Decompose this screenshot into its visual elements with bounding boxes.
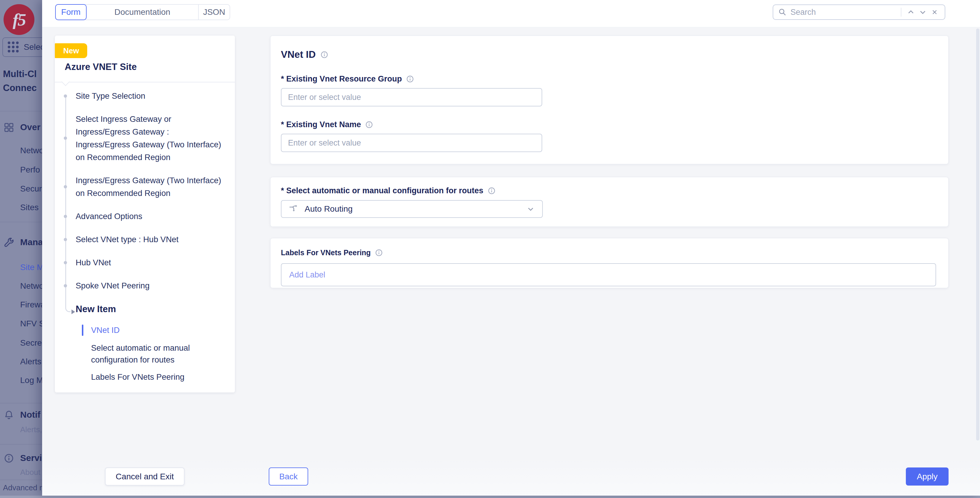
step-new-item[interactable]: New Item (55, 302, 226, 316)
divider (0, 111, 42, 111)
sidebar-section-overview[interactable]: Over (20, 122, 40, 132)
step-hub-vnet[interactable]: Hub VNet (55, 256, 226, 269)
search-icon (778, 8, 787, 17)
vnet-id-card: VNet ID * Existing Vnet Resource Group *… (270, 36, 948, 164)
wizard-modal: Form Documentation JSON (42, 0, 980, 496)
modal-header: Form Documentation JSON (42, 0, 980, 27)
tab-json[interactable]: JSON (198, 5, 229, 19)
resource-group-input[interactable] (281, 88, 542, 106)
sidebar-item-performance[interactable]: Perfo (20, 165, 42, 174)
select-service-button[interactable]: Selec (2, 37, 42, 57)
app-root: f5 Selec Multi-Cl Connec Over Netwo Perf… (0, 0, 980, 498)
sidebar-item-nfv[interactable]: NFV S (20, 319, 42, 328)
divider (901, 8, 901, 17)
new-badge: New (55, 43, 87, 58)
info-icon[interactable] (406, 75, 414, 83)
step-vnet-type[interactable]: Select VNet type : Hub VNet (55, 233, 226, 246)
view-tabbar: Form Documentation JSON (55, 4, 230, 20)
search-prev-button[interactable] (905, 6, 917, 18)
divider (0, 480, 42, 480)
info-circle-icon (3, 453, 14, 464)
routes-selected-value: Auto Routing (305, 204, 526, 214)
step-site-type[interactable]: Site Type Selection (55, 89, 226, 102)
wizard-title: Azure VNET Site (65, 62, 137, 72)
vnet-name-input[interactable] (281, 134, 542, 152)
bell-icon (3, 410, 14, 420)
step-advanced-options[interactable]: Advanced Options (55, 210, 226, 223)
resource-group-label: * Existing Vnet Resource Group (281, 75, 402, 84)
chevron-down-icon (526, 205, 535, 213)
info-icon[interactable] (320, 51, 328, 59)
cancel-and-exit-button[interactable]: Cancel and Exit (105, 468, 185, 485)
close-icon (931, 9, 938, 16)
sidebar-item-security[interactable]: Secur (20, 184, 42, 193)
overview-grid-icon (3, 122, 14, 133)
chevron-down-icon (919, 8, 927, 16)
labels-peering-label: Labels For VNets Peering (281, 248, 371, 257)
wizard-steps: Site Type Selection Select Ingress Gatew… (55, 82, 231, 392)
sidebar-item-log[interactable]: Log M (20, 376, 42, 385)
tab-documentation[interactable]: Documentation (87, 5, 198, 19)
tab-form[interactable]: Form (55, 4, 87, 20)
search-close-button[interactable] (929, 6, 940, 18)
apps-grid-icon (8, 41, 19, 53)
sidebar-item-firewall[interactable]: Firewa (20, 300, 42, 309)
divider (0, 444, 42, 445)
sidebar-section-service[interactable]: Servi (20, 453, 42, 463)
sidebar-item-networking[interactable]: Netwo (20, 281, 42, 291)
sidebar-item-secrets[interactable]: Secre (20, 338, 42, 348)
auto-routing-icon (289, 204, 299, 214)
step-spoke-vnet-peering[interactable]: Spoke VNet Peering (55, 279, 226, 292)
sidebar-item-site-management[interactable]: Site M (20, 263, 42, 272)
substep-routes-config[interactable]: Select automatic or manual configuration… (55, 342, 226, 366)
routes-label: * Select automatic or manual configurati… (281, 186, 484, 195)
scrollbar-thumb[interactable] (976, 29, 979, 441)
wizard-step-panel: New Azure VNET Site Site Type Selection … (55, 36, 235, 392)
search-bar (773, 5, 945, 20)
sidebar-service-subtitle: About (20, 468, 42, 477)
chevron-up-icon (907, 8, 915, 16)
step-select-gateway[interactable]: Select Ingress Gateway or Ingress/Egress… (55, 113, 226, 163)
search-input[interactable] (791, 8, 897, 17)
add-label-input[interactable]: Add Label (281, 263, 936, 286)
sidebar-advanced-nav[interactable]: Advanced n (3, 483, 42, 492)
apply-button[interactable]: Apply (906, 468, 948, 485)
f5-logo-icon[interactable]: f5 (3, 4, 34, 35)
sidebar-title: Multi-Cl Connec (3, 67, 42, 95)
sidebar-item-alerts[interactable]: Alerts (20, 357, 42, 366)
sidebar-section-notifications[interactable]: Notif (20, 410, 40, 420)
wrench-icon (3, 237, 14, 248)
search-next-button[interactable] (917, 6, 929, 18)
info-icon[interactable] (365, 121, 373, 128)
sidebar-notifications-subtitle: Alerts, (20, 425, 42, 434)
divider (0, 222, 42, 222)
sidebar-item-sites[interactable]: Sites (20, 203, 42, 212)
section-title: VNet ID (281, 49, 316, 60)
routes-card: * Select automatic or manual configurati… (270, 177, 948, 227)
sidebar-item-network[interactable]: Netwo (20, 146, 42, 155)
labels-peering-card: Labels For VNets Peering Add Label (270, 238, 948, 288)
select-service-label: Selec (24, 43, 42, 52)
substep-vnet-id[interactable]: VNet ID (55, 324, 226, 337)
substep-labels-peering[interactable]: Labels For VNets Peering (55, 371, 226, 383)
add-label-text: Add Label (289, 270, 325, 279)
vnet-name-label: * Existing Vnet Name (281, 120, 361, 129)
step-ingress-egress[interactable]: Ingress/Egress Gateway (Two Interface) o… (55, 174, 226, 200)
sidebar: f5 Selec Multi-Cl Connec Over Netwo Perf… (0, 0, 42, 496)
back-button[interactable]: Back (269, 468, 308, 485)
divider (0, 403, 42, 403)
info-icon[interactable] (375, 249, 383, 257)
routes-select[interactable]: Auto Routing (281, 200, 543, 218)
sidebar-section-manage[interactable]: Mana (20, 237, 42, 247)
info-icon[interactable] (488, 187, 496, 195)
